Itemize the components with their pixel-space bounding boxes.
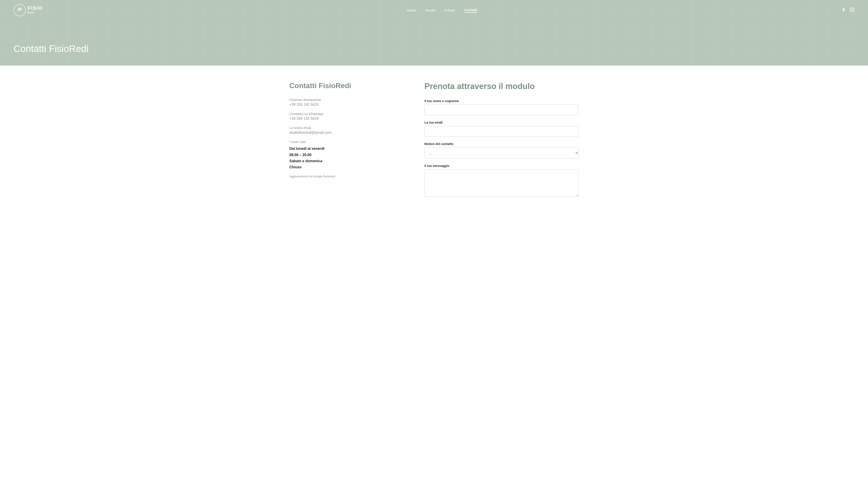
message-field-group: Il tuo messaggio	[425, 164, 579, 197]
logo-icon	[13, 4, 26, 16]
google-business-link[interactable]: Google Business	[313, 175, 335, 178]
whatsapp-value[interactable]: +39 334 142 5619	[289, 117, 411, 121]
booking-form: Il tuo nome e cognome La tua email Motiv…	[425, 99, 579, 197]
social-icons	[841, 7, 855, 13]
form-title: Prenota attraverso il modulo	[425, 81, 579, 91]
svg-rect-1	[850, 8, 854, 11]
name-label: Il tuo nome e cognome	[425, 99, 579, 103]
message-textarea[interactable]	[425, 169, 579, 197]
main-content: Contatti FisioRedi Chiamaci direttamente…	[276, 66, 592, 221]
nav-links: Home Servizi Il Team Contatti	[407, 8, 477, 13]
email-field-group: La tua email	[425, 121, 579, 137]
subject-label: Motivo del contatto	[425, 142, 579, 146]
logo: FISIO Redi	[13, 4, 43, 16]
booking-form-column: Prenota attraverso il modulo Il tuo nome…	[425, 81, 579, 203]
email-input[interactable]	[425, 126, 579, 137]
contact-section-title: Contatti FisioRedi	[289, 81, 411, 90]
subject-field-group: Motivo del contatto ... Prenotazione Inf…	[425, 142, 579, 159]
email-label: La tua email	[425, 121, 579, 124]
logo-text: FISIO Redi	[28, 6, 43, 15]
hero-title: Contatti FisioRedi	[13, 43, 88, 54]
instagram-icon[interactable]	[850, 7, 855, 13]
svg-point-2	[851, 9, 853, 10]
svg-point-3	[853, 8, 854, 9]
facebook-icon[interactable]	[841, 7, 846, 13]
nav-contatti[interactable]: Contatti	[464, 8, 477, 13]
name-field-group: Il tuo nome e cognome	[425, 99, 579, 115]
email-label: La nostra email	[289, 126, 411, 130]
call-label: Chiamaci direttamente	[289, 98, 411, 102]
contact-info-column: Contatti FisioRedi Chiamaci direttamente…	[289, 81, 411, 203]
name-input[interactable]	[425, 105, 579, 115]
whatsapp-label: Contattaci su WhatsApp	[289, 112, 411, 116]
nav-il-team[interactable]: Il Team	[444, 8, 455, 12]
hours-label: I nostri orari	[289, 140, 411, 144]
message-label: Il tuo messaggio	[425, 164, 579, 168]
nav-home[interactable]: Home	[407, 8, 416, 12]
hero-section: FISIO Redi Home Servizi Il Team Contatti	[0, 0, 868, 66]
email-value[interactable]: studiofisioredi@gmail.com	[289, 131, 411, 135]
navigation: FISIO Redi Home Servizi Il Team Contatti	[0, 0, 868, 20]
subject-select[interactable]: ... Prenotazione Informazioni Altro	[425, 148, 579, 159]
call-value[interactable]: +39 334 142 5619	[289, 103, 411, 107]
hours-weekdays: Dal lunedì al venerdì 08.00 – 20.00 Saba…	[289, 145, 411, 170]
update-text: Aggiornamenti su Google Business	[289, 175, 411, 178]
nav-servizi[interactable]: Servizi	[425, 8, 435, 12]
